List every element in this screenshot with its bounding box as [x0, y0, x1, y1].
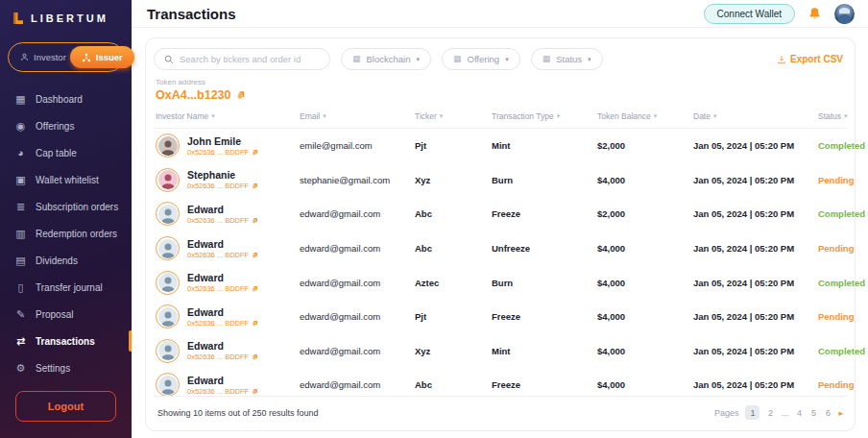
investor-name: Edward: [187, 238, 258, 250]
sidebar-item-label: Redemption orders: [36, 229, 117, 239]
table-row[interactable]: Edward0x52636 ... BDDFF edward@gmail.com…: [154, 300, 847, 334]
copy-icon[interactable]: [252, 252, 258, 258]
date-cell: Jan 05, 2024 | 05:20 PM: [693, 346, 818, 356]
page-button-5[interactable]: 5: [809, 408, 817, 418]
table-row[interactable]: Edward0x52636 ... BDDFF edward@gmail.com…: [154, 197, 847, 231]
investor-wallet-address[interactable]: 0x52636 ... BDDFF: [187, 319, 258, 328]
column-header-status[interactable]: Status▾: [818, 111, 848, 121]
page-button-2[interactable]: 2: [766, 408, 774, 418]
sort-caret-icon: ▾: [440, 112, 444, 120]
copy-icon[interactable]: [236, 90, 246, 100]
issuer-network-icon: [82, 53, 91, 62]
sidebar-item-transfer-journal[interactable]: ▯Transfer journal: [0, 274, 132, 301]
sidebar-item-redemption-orders[interactable]: ▥Redemption orders: [0, 220, 132, 247]
notification-bell-icon[interactable]: [808, 7, 822, 21]
sort-caret-icon: ▾: [713, 112, 717, 120]
cap-table-icon: ◕: [14, 148, 27, 158]
sidebar-item-offerings[interactable]: ◉Offerings: [0, 112, 132, 139]
investor-cell: Edward0x52636 ... BDDFF: [156, 202, 300, 226]
filter-pills: ▦Blockchain▾▦Offering▾▦Status▾: [341, 48, 603, 70]
connect-wallet-button[interactable]: Connect Wallet: [704, 4, 795, 24]
table-row[interactable]: Edward0x52636 ... BDDFF edward@gmail.com…: [154, 334, 847, 369]
investor-avatar: [156, 168, 180, 192]
sidebar-item-label: Subscription orders: [36, 202, 118, 212]
transactions-icon: ⇄: [14, 336, 27, 347]
investor-wallet-address[interactable]: 0x52636 ... BDDFF: [187, 148, 258, 157]
sidebar-item-label: Settings: [36, 363, 70, 374]
copy-icon[interactable]: [252, 285, 258, 292]
filter-offering-dropdown[interactable]: ▦Offering▾: [442, 48, 520, 70]
logout-button[interactable]: Logout: [15, 391, 116, 422]
page-button-6[interactable]: 6: [824, 408, 832, 418]
sidebar-item-proposal[interactable]: ✎Proposal: [0, 301, 132, 328]
table-row[interactable]: Edward0x52636 ... BDDFF edward@gmail.com…: [154, 265, 847, 300]
page-button-1[interactable]: 1: [745, 405, 760, 420]
table-body: John Emile0x52636 ... BDDFF emile@gmail.…: [154, 129, 847, 396]
sidebar-item-label: Transactions: [36, 336, 95, 347]
column-header-transaction-type[interactable]: Transaction Type▾: [492, 111, 597, 121]
sidebar-item-label: Cap table: [36, 148, 77, 158]
grid-icon: ▦: [542, 55, 551, 63]
date-cell: Jan 05, 2024 | 05:20 PM: [693, 278, 818, 288]
table-row[interactable]: Stephanie0x52636 ... BDDFF stephanie@gma…: [154, 163, 847, 198]
filters-row: ▦Blockchain▾▦Offering▾▦Status▾ Export CS…: [154, 48, 847, 77]
sidebar-item-transactions[interactable]: ⇄Transactions: [0, 328, 132, 354]
sort-caret-icon: ▾: [654, 112, 658, 120]
investor-wallet-address[interactable]: 0x52636 ... BDDFF: [187, 216, 258, 225]
ticker-cell: Pjt: [415, 311, 492, 322]
table-row[interactable]: Edward0x52636 ... BDDFF edward@gmail.com…: [154, 231, 847, 266]
investor-wallet-address[interactable]: 0x52636 ... BDDFF: [187, 387, 258, 396]
sidebar-item-dividends[interactable]: ▤Dividends: [0, 247, 132, 274]
toggle-issuer[interactable]: Issuer: [70, 46, 134, 68]
search-icon: [164, 55, 174, 64]
table-row[interactable]: John Emile0x52636 ... BDDFF emile@gmail.…: [154, 129, 847, 163]
column-header-email[interactable]: Email▾: [300, 111, 415, 121]
date-cell: Jan 05, 2024 | 05:20 PM: [693, 243, 818, 254]
sidebar-item-cap-table[interactable]: ◕Cap table: [0, 139, 132, 166]
copy-icon[interactable]: [252, 320, 258, 327]
sidebar-item-subscription-orders[interactable]: ≣Subscription orders: [0, 193, 132, 220]
column-header-investor-name[interactable]: Investor Name▾: [156, 111, 300, 121]
user-avatar[interactable]: [834, 4, 855, 24]
offerings-icon: ◉: [14, 121, 27, 132]
export-csv-button[interactable]: Export CSV: [777, 54, 847, 64]
copy-icon[interactable]: [252, 217, 258, 224]
investor-wallet-address[interactable]: 0x52636 ... BDDFF: [187, 353, 258, 361]
chevron-down-icon: ▾: [588, 56, 591, 63]
sidebar-item-settings[interactable]: ⚙Settings: [0, 354, 132, 381]
ticker-cell: Xyz: [415, 175, 492, 185]
investor-wallet-address[interactable]: 0x52636 ... BDDFF: [187, 251, 258, 259]
column-header-date[interactable]: Date▾: [693, 111, 818, 121]
sort-caret-icon: ▾: [211, 112, 215, 120]
copy-icon[interactable]: [252, 149, 258, 156]
copy-icon[interactable]: [252, 388, 258, 395]
token-balance-cell: $4,000: [597, 311, 693, 322]
investor-wallet-address[interactable]: 0x52636 ... BDDFF: [187, 284, 258, 293]
toggle-investor[interactable]: Investor: [12, 47, 70, 67]
token-balance-cell: $4,000: [597, 346, 693, 356]
sidebar-item-dashboard[interactable]: ▦Dashboard: [0, 85, 132, 112]
sidebar-nav: ▦Dashboard◉Offerings◕Cap table▣Wallet wh…: [0, 85, 132, 381]
search-box[interactable]: [154, 48, 330, 70]
next-page-arrow[interactable]: ▸: [838, 408, 843, 418]
token-balance-cell: $2,000: [597, 208, 693, 219]
sidebar-item-label: Wallet whitelist: [36, 175, 99, 185]
copy-icon[interactable]: [252, 182, 258, 189]
transaction-type-cell: Freeze: [492, 311, 597, 322]
search-input[interactable]: [180, 54, 320, 64]
investor-person-icon: [20, 53, 29, 61]
sidebar-item-wallet-whitelist[interactable]: ▣Wallet whitelist: [0, 166, 132, 193]
status-badge: Pending: [818, 243, 854, 254]
column-header-token-balance[interactable]: Token Balance▾: [597, 111, 693, 121]
investor-avatar: [156, 134, 180, 158]
filter-label: Status: [556, 54, 582, 64]
filter-status-dropdown[interactable]: ▦Status▾: [531, 48, 603, 70]
copy-icon[interactable]: [252, 353, 258, 360]
status-badge: Completed: [818, 208, 865, 219]
email-cell: edward@gmail.com: [300, 379, 415, 390]
column-header-ticker[interactable]: Ticker▾: [415, 111, 492, 121]
investor-wallet-address[interactable]: 0x52636 ... BDDFF: [187, 182, 258, 190]
investor-name: Edward: [187, 306, 258, 318]
filter-blockchain-dropdown[interactable]: ▦Blockchain▾: [341, 48, 431, 70]
page-button-4[interactable]: 4: [795, 408, 803, 418]
